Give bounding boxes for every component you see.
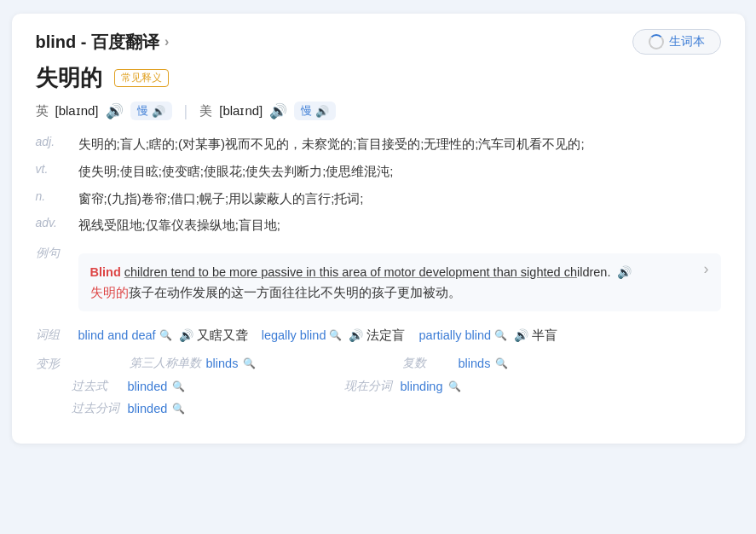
zh-sound-icon[interactable]: 🔊	[269, 102, 287, 120]
example-sound-icon[interactable]: 🔊	[617, 265, 632, 279]
morph-word-blinded-2[interactable]: blinded	[128, 402, 168, 415]
zh-slow-label: 慢	[301, 103, 312, 119]
morph-word-blinded-1[interactable]: blinded	[128, 380, 168, 393]
example-en-text: Blind children tend to be more passive i…	[90, 265, 615, 279]
loading-icon	[649, 34, 664, 49]
morph-label-past: 过去式	[72, 379, 123, 394]
morph-item-plural: 复数 blinds 🔍	[351, 356, 522, 372]
example-block: › Blind children tend to be more passive…	[78, 245, 721, 322]
example-zh-normal: 孩子在动作发展的这一方面往往比不失明的孩子更加被动。	[129, 286, 461, 299]
main-word: 失明的	[36, 63, 102, 93]
def-row-adj: adj. 失明的;盲人;瞎的;(对某事)视而不见的，未察觉的;盲目接受的;无理性…	[36, 134, 721, 155]
example-row: 例句 › Blind children tend to be more pass…	[36, 245, 721, 322]
related-sound-1[interactable]: 🔊	[179, 328, 193, 342]
zh-ipa: [blaɪnd]	[219, 103, 263, 119]
related-sound-3[interactable]: 🔊	[514, 328, 528, 342]
title-link[interactable]: blind - 百度翻译 ›	[36, 31, 170, 54]
related-search-icon-2[interactable]: 🔍	[329, 329, 342, 341]
example-highlight-word: Blind	[90, 265, 124, 279]
related-label: 词组	[36, 328, 72, 343]
header-row: blind - 百度翻译 › 生词本	[36, 29, 721, 55]
related-zh-3: 半盲	[532, 328, 557, 344]
en-phonetic-label: 英	[36, 103, 49, 119]
example-zh-highlight: 失明的	[90, 286, 129, 299]
morph-row-1: 变形 第三人称单数 blinds 🔍 复数 blinds 🔍	[36, 356, 721, 372]
en-ipa: [blaɪnd]	[55, 103, 99, 119]
morph-label-third: 第三人称单数	[130, 356, 201, 371]
example-label: 例句	[36, 245, 72, 261]
phonetic-row: 英 [blaɪnd] 🔊 慢 🔊 | 美 [blaɪnd] 🔊 慢 🔊	[36, 102, 721, 120]
related-search-icon-3[interactable]: 🔍	[494, 329, 507, 341]
pos-adv: adv.	[36, 215, 72, 229]
related-row: 词组 blind and deaf 🔍 🔊 又瞎又聋 legally blind…	[36, 328, 721, 344]
morph-word-blinds-1[interactable]: blinds	[206, 357, 239, 370]
morph-item-third: 第三人称单数 blinds 🔍	[130, 356, 300, 372]
morph-item-past-participle: 过去分词 blinded 🔍	[72, 401, 242, 416]
related-phrase-1[interactable]: blind and deaf	[78, 328, 156, 342]
example-zh-text: 失明的孩子在动作发展的这一方面往往比不失明的孩子更加被动。	[90, 283, 709, 303]
morph-label-plural: 复数	[402, 356, 453, 371]
related-phrase-2[interactable]: legally blind	[262, 328, 326, 342]
example-en-block: › Blind children tend to be more passive…	[78, 253, 721, 311]
en-sound-icon[interactable]: 🔊	[106, 102, 124, 120]
def-text-adj: 失明的;盲人;瞎的;(对某事)视而不见的，未察觉的;盲目接受的;无理性的;汽车司…	[78, 134, 585, 155]
example-arrow-icon[interactable]: ›	[704, 260, 709, 278]
zh-slow-speaker-icon: 🔊	[315, 105, 329, 118]
morph-search-icon-5[interactable]: 🔍	[172, 403, 185, 415]
def-row-adv: adv. 视线受阻地;仅靠仪表操纵地;盲目地;	[36, 215, 721, 236]
morph-search-icon-2[interactable]: 🔍	[495, 357, 508, 369]
main-word-row: 失明的 常见释义	[36, 63, 721, 93]
related-sound-2[interactable]: 🔊	[349, 328, 363, 342]
related-phrase-3[interactable]: partially blind	[419, 328, 492, 342]
related-zh-2: 法定盲	[366, 328, 405, 344]
morph-row-2: 过去式 blinded 🔍 现在分词 blinding 🔍	[72, 379, 721, 394]
common-meaning-badge: 常见释义	[114, 69, 169, 87]
en-slow-button[interactable]: 慢 🔊	[130, 102, 172, 120]
morph-label-present-participle: 现在分词	[344, 379, 395, 394]
morph-item-present-participle: 现在分词 blinding 🔍	[293, 379, 464, 394]
divider: |	[184, 102, 188, 120]
example-plain-1: ildren.	[577, 265, 611, 279]
vocab-button[interactable]: 生词本	[632, 29, 721, 55]
morph-item-past: 过去式 blinded 🔍	[72, 379, 242, 394]
def-text-adv: 视线受阻地;仅靠仪表操纵地;盲目地;	[78, 215, 281, 236]
example-underline-1: children tend to be more passive in this…	[124, 265, 577, 279]
zh-slow-button[interactable]: 慢 🔊	[294, 102, 336, 120]
def-row-vt: vt. 使失明;使目眩;使变瞎;使眼花;使失去判断力;使思维混沌;	[36, 161, 721, 183]
morphology-section: 变形 第三人称单数 blinds 🔍 复数 blinds 🔍 过去式 blind…	[36, 356, 721, 416]
morph-word-blinding[interactable]: blinding	[401, 380, 443, 393]
definitions-table: adj. 失明的;盲人;瞎的;(对某事)视而不见的，未察觉的;盲目接受的;无理性…	[36, 134, 721, 236]
morph-search-icon-1[interactable]: 🔍	[243, 357, 256, 369]
morph-search-icon-3[interactable]: 🔍	[172, 380, 185, 392]
morph-main-label: 变形	[36, 356, 72, 372]
related-search-icon-1[interactable]: 🔍	[159, 329, 172, 341]
morph-label-past-participle: 过去分词	[72, 401, 123, 416]
zh-phonetic-label: 美	[199, 103, 212, 119]
def-text-n: 窗帘;(九指)卷帘;借口;幌子;用以蒙蔽人的言行;托词;	[78, 189, 364, 210]
morph-search-icon-4[interactable]: 🔍	[448, 380, 461, 392]
morph-row-3: 过去分词 blinded 🔍	[72, 401, 721, 416]
pos-n: n.	[36, 189, 72, 203]
chevron-icon: ›	[164, 34, 169, 49]
page-title: blind - 百度翻译	[36, 31, 160, 54]
en-slow-speaker-icon: 🔊	[152, 105, 165, 118]
def-row-n: n. 窗帘;(九指)卷帘;借口;幌子;用以蒙蔽人的言行;托词;	[36, 189, 721, 210]
en-slow-label: 慢	[137, 103, 148, 119]
pos-vt: vt.	[36, 161, 72, 176]
morph-word-blinds-2[interactable]: blinds	[459, 357, 491, 370]
related-zh-1: 又瞎又聋	[197, 328, 248, 344]
pos-adj: adj.	[36, 134, 72, 148]
vocab-label: 生词本	[669, 34, 705, 49]
def-text-vt: 使失明;使目眩;使变瞎;使眼花;使失去判断力;使思维混沌;	[78, 161, 394, 183]
